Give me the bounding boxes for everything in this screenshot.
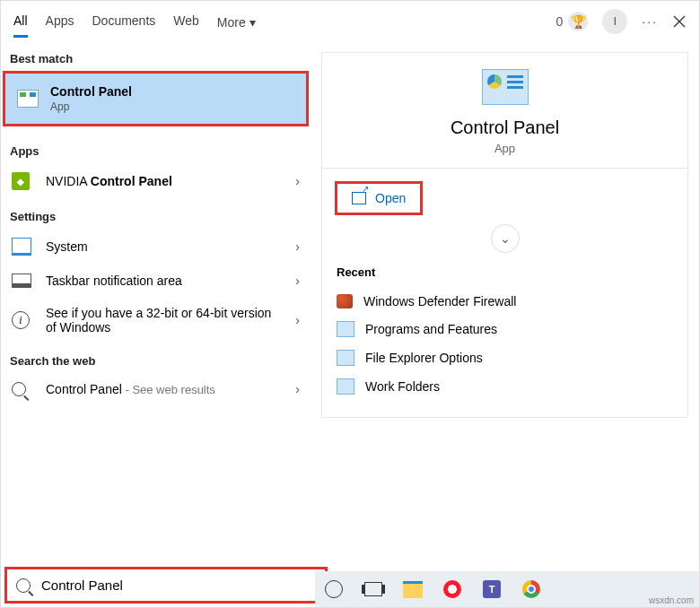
file-explorer-button[interactable]: [403, 579, 423, 599]
recent-label: Work Folders: [365, 379, 440, 394]
preview-panel: Control Panel App Open ⌄ Recent Windows …: [311, 41, 699, 570]
settings-heading: Settings: [1, 199, 311, 229]
chrome-button[interactable]: [521, 579, 541, 599]
firewall-icon: [337, 294, 353, 308]
preview-subtitle: App: [322, 142, 687, 155]
account-avatar[interactable]: I: [602, 9, 627, 34]
search-box[interactable]: [4, 567, 328, 604]
preview-card: Control Panel App: [321, 52, 688, 169]
tab-apps[interactable]: Apps: [46, 4, 74, 38]
rewards-count: 0: [556, 14, 564, 29]
tab-web[interactable]: Web: [173, 4, 199, 38]
info-icon: i: [12, 311, 35, 329]
opera-icon: [443, 580, 461, 598]
chevron-right-icon: ›: [295, 174, 300, 188]
best-match-subtitle: App: [50, 100, 132, 113]
result-label: Control Panel - See web results: [46, 382, 284, 396]
expand-button[interactable]: ⌄: [491, 224, 520, 253]
recent-label: Programs and Features: [365, 322, 497, 336]
recent-firewall[interactable]: Windows Defender Firewall: [335, 288, 675, 315]
tab-all[interactable]: All: [13, 4, 28, 38]
chevron-right-icon: ›: [295, 239, 300, 254]
tab-more-label: More: [217, 15, 246, 30]
trophy-icon: 🏆: [568, 12, 588, 31]
control-panel-icon: [337, 378, 354, 395]
open-icon: [352, 192, 366, 204]
result-label: Taskbar notification area: [46, 274, 284, 288]
result-taskbar-notification[interactable]: Taskbar notification area ›: [1, 265, 311, 297]
result-label: System: [46, 239, 284, 254]
control-panel-icon: [16, 87, 39, 110]
tab-more[interactable]: More ▾: [217, 4, 256, 38]
web-heading: Search the web: [1, 343, 311, 373]
options-button[interactable]: ···: [642, 14, 658, 29]
preview-actions: Open ⌄ Recent Windows Defender Firewall …: [321, 169, 688, 418]
search-icon: [16, 578, 31, 593]
tab-documents[interactable]: Documents: [92, 4, 155, 38]
chevron-right-icon: ›: [295, 274, 300, 288]
search-header: All Apps Documents Web More ▾ 0 🏆 I ···: [1, 1, 699, 41]
best-match-highlight: Control Panel App: [3, 71, 309, 126]
chevron-down-icon: ▾: [249, 15, 256, 30]
taskbar: T: [315, 571, 699, 607]
results-panel: Best match Control Panel App Apps ◆ NVID…: [1, 41, 311, 570]
recent-file-explorer-options[interactable]: File Explorer Options: [335, 343, 675, 372]
chrome-icon: [522, 580, 540, 598]
control-panel-icon: [337, 321, 354, 337]
control-panel-icon: [482, 69, 529, 105]
result-system[interactable]: System ›: [1, 229, 311, 265]
taskbar-icon: [12, 274, 35, 288]
file-explorer-icon: [403, 581, 423, 598]
recent-work-folders[interactable]: Work Folders: [335, 372, 675, 401]
apps-heading: Apps: [1, 134, 311, 163]
rewards-button[interactable]: 0 🏆: [556, 12, 589, 31]
close-icon[interactable]: [672, 14, 687, 29]
control-panel-icon: [337, 350, 354, 366]
chevron-right-icon: ›: [295, 382, 300, 396]
result-label: NVIDIA Control Panel: [46, 174, 284, 188]
task-view-button[interactable]: [363, 579, 383, 599]
best-match-result[interactable]: Control Panel App: [5, 74, 306, 124]
teams-button[interactable]: T: [482, 579, 502, 599]
teams-icon: T: [483, 580, 501, 598]
result-label: See if you have a 32-bit or 64-bit versi…: [46, 306, 284, 334]
preview-title: Control Panel: [322, 117, 687, 138]
search-input[interactable]: [39, 577, 316, 594]
best-match-title: Control Panel: [50, 84, 132, 99]
cortana-button[interactable]: [324, 579, 344, 599]
cortana-icon: [325, 580, 343, 598]
open-button[interactable]: Open: [335, 181, 423, 215]
nvidia-icon: ◆: [12, 172, 35, 190]
task-view-icon: [364, 582, 382, 596]
filter-tabs: All Apps Documents Web More ▾: [13, 4, 256, 38]
open-label: Open: [375, 191, 406, 205]
result-nvidia-control-panel[interactable]: ◆ NVIDIA Control Panel ›: [1, 163, 311, 199]
chevron-right-icon: ›: [295, 313, 300, 327]
best-match-heading: Best match: [1, 41, 311, 71]
monitor-icon: [12, 238, 35, 256]
recent-programs[interactable]: Programs and Features: [335, 315, 675, 343]
chevron-down-icon: ⌄: [500, 231, 511, 246]
result-32-64-bit[interactable]: i See if you have a 32-bit or 64-bit ver…: [1, 297, 311, 343]
search-icon: [12, 382, 35, 396]
recent-heading: Recent: [337, 265, 673, 279]
opera-button[interactable]: [442, 579, 462, 599]
result-web-search[interactable]: Control Panel - See web results ›: [1, 373, 311, 405]
watermark: wsxdn.com: [649, 595, 694, 605]
recent-label: File Explorer Options: [365, 351, 483, 365]
recent-label: Windows Defender Firewall: [363, 294, 516, 308]
